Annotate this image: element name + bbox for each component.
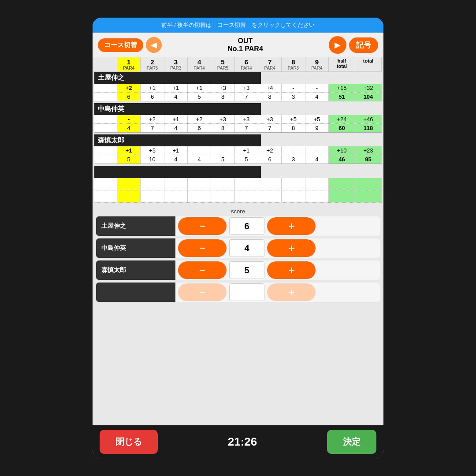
p1-diff-1: +2 (117, 84, 141, 92)
player-1-score-value: 6 (229, 217, 264, 235)
score-input-section: score 土屋伸之 － 6 ＋ 中島仲英 － 4 ＋ 森慎太郎 － 5 ＋ －… (93, 205, 383, 306)
p2-diff-9: +5 (305, 115, 329, 123)
p4-diff-9 (305, 178, 329, 190)
p2-diff-1: - (117, 115, 141, 123)
p2-score-2: 7 (141, 124, 164, 132)
p3-diff-9: - (305, 146, 329, 155)
p1-score-2: 6 (141, 93, 164, 101)
p2-score-4: 6 (188, 124, 211, 132)
p2-score-0 (94, 124, 117, 132)
p4-diff-4 (188, 178, 211, 190)
p2-score-1: 4 (117, 124, 141, 132)
p1-diff-3: +1 (164, 84, 188, 92)
p4-total-diff (355, 178, 382, 190)
p4-score-0 (94, 190, 117, 202)
p3-score-3: 4 (164, 155, 188, 164)
p1-half-score: 51 (329, 93, 355, 101)
p3-score-0 (94, 155, 117, 164)
p1-score-7: 8 (258, 93, 282, 101)
top-bar: 前半 / 後半の切替は コース切替 をクリックしてください (93, 18, 383, 33)
p1-diff-0 (94, 84, 117, 92)
p1-score-9: 4 (305, 93, 329, 101)
p1-score-0 (94, 93, 117, 101)
close-button[interactable]: 閉じる (100, 430, 158, 454)
p4-diff-5 (211, 178, 234, 190)
p2-score-9: 9 (305, 124, 329, 132)
p4-total-score (355, 190, 382, 202)
p4-score-4 (188, 190, 211, 202)
confirm-button[interactable]: 決定 (327, 430, 376, 454)
p2-diff-8: +5 (282, 115, 305, 123)
p4-half-diff (329, 178, 355, 190)
course-switch-button[interactable]: コース切替 (98, 38, 143, 52)
player-block-4 (94, 166, 382, 203)
p3-score-4: 4 (188, 155, 211, 164)
player-1-score-row: 6 6 4 5 8 7 8 3 4 51 104 (94, 93, 382, 101)
p1-diff-2: +1 (141, 84, 164, 92)
p3-half-diff: +10 (329, 146, 355, 155)
p1-half-diff: +15 (329, 84, 355, 92)
player-4-plus-button[interactable]: ＋ (267, 283, 316, 301)
p4-score-6 (235, 190, 258, 202)
p3-score-8: 3 (282, 155, 305, 164)
p4-diff-1 (117, 178, 141, 190)
p4-score-8 (282, 190, 305, 202)
p1-score-6: 7 (235, 93, 258, 101)
player-3-input-name: 森慎太郎 (96, 260, 175, 280)
player-1-plus-button[interactable]: ＋ (267, 217, 316, 235)
player-3-score-input: 森慎太郎 － 5 ＋ (96, 260, 380, 280)
p4-diff-0 (94, 178, 117, 190)
player-4-diff-row (94, 178, 382, 190)
p2-diff-0 (94, 115, 117, 123)
player-2-diff-row: - +2 +1 +2 +3 +3 +3 +5 +5 +24 +46 (94, 115, 382, 124)
hole-6: 6PAR4 (235, 57, 258, 71)
player-2-input-name: 中島仲英 (96, 238, 175, 258)
time-display: 21:26 (228, 435, 257, 449)
p3-diff-3: +1 (164, 146, 188, 155)
p2-score-3: 4 (164, 124, 188, 132)
p3-diff-7: +2 (258, 146, 282, 155)
p4-score-5 (211, 190, 234, 202)
player-1-minus-button[interactable]: － (178, 217, 227, 235)
p3-score-7: 6 (258, 155, 282, 164)
p2-diff-4: +2 (188, 115, 211, 123)
half-total-header: halftotal (329, 57, 355, 71)
hole-header-row: 1PAR4 2PAR5 3PAR3 4PAR4 5PAR5 6PAR4 7PAR… (94, 57, 382, 72)
p3-score-9: 4 (305, 155, 329, 164)
player-4-score-row (94, 190, 382, 203)
back-arrow-button[interactable]: ◀ (146, 37, 162, 53)
player-block-1: 土屋伸之 +2 +1 +1 +1 +3 +3 +4 - - +15 +32 6 … (94, 72, 382, 101)
header-center: OUT No.1 PAR4 (162, 37, 329, 53)
p2-diff-3: +1 (164, 115, 188, 123)
hole-empty-cell (94, 57, 117, 71)
player-2-plus-button[interactable]: ＋ (267, 239, 316, 257)
hole-4: 4PAR4 (188, 57, 211, 71)
kigo-button[interactable]: 記号 (349, 37, 378, 53)
player-2-name: 中島仲英 (94, 103, 261, 115)
p4-diff-2 (141, 178, 164, 190)
player-2-score-value: 4 (229, 239, 264, 257)
p1-total-diff: +32 (355, 84, 382, 92)
p3-diff-4: - (188, 146, 211, 155)
hole-8: 8PAR3 (282, 57, 305, 71)
player-3-plus-button[interactable]: ＋ (267, 261, 316, 279)
player-3-minus-button[interactable]: － (178, 261, 227, 279)
player-2-minus-button[interactable]: － (178, 239, 227, 257)
p4-score-2 (141, 190, 164, 202)
score-label: score (96, 208, 380, 215)
p2-score-8: 8 (282, 124, 305, 132)
hole-1: 1PAR4 (117, 57, 141, 71)
player-4-score-value (229, 283, 264, 301)
p1-diff-9: - (305, 84, 329, 92)
p4-score-3 (164, 190, 188, 202)
p2-score-6: 7 (235, 124, 258, 132)
player-4-minus-button[interactable]: － (178, 283, 227, 301)
p4-diff-3 (164, 178, 188, 190)
player-2-score-input: 中島仲英 － 4 ＋ (96, 238, 380, 258)
p2-total-score: 118 (355, 124, 382, 132)
player-3-name: 森慎太郎 (94, 134, 261, 146)
hole-2: 2PAR5 (141, 57, 164, 71)
player-2-score-row: 4 7 4 6 8 7 7 8 9 60 118 (94, 124, 382, 133)
play-button[interactable]: ▶ (329, 36, 346, 54)
p1-score-8: 3 (282, 93, 305, 101)
